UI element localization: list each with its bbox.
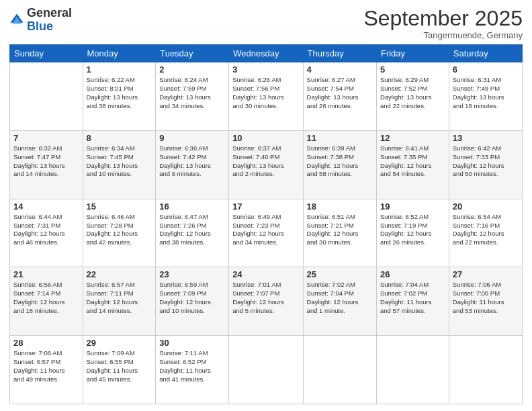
day-number: 17 [232,201,299,212]
cell-info: Sunrise: 7:09 AM Sunset: 6:55 PM Dayligh… [87,349,152,383]
table-row: 3Sunrise: 6:26 AM Sunset: 7:56 PM Daylig… [229,62,303,131]
cell-info: Sunrise: 6:42 AM Sunset: 7:33 PM Dayligh… [453,144,519,179]
cell-info: Sunrise: 6:57 AM Sunset: 7:11 PM Dayligh… [87,281,152,315]
day-number: 21 [13,269,79,279]
day-number: 8 [87,133,152,143]
day-number: 15 [87,201,152,212]
day-number: 13 [453,133,519,143]
day-number: 12 [380,133,445,143]
col-saturday: Saturday [449,45,522,62]
day-number: 2 [159,64,225,75]
table-row [303,336,376,404]
day-number: 24 [232,269,299,279]
day-number: 20 [453,201,519,212]
cell-info: Sunrise: 6:49 AM Sunset: 7:23 PM Dayligh… [232,213,299,247]
cell-info: Sunrise: 7:08 AM Sunset: 6:57 PM Dayligh… [13,349,79,383]
table-row: 1Sunrise: 6:22 AM Sunset: 8:01 PM Daylig… [83,62,156,131]
month-title: September 2025 [363,7,523,30]
logo-blue: Blue [27,19,53,33]
logo-icon [9,13,24,28]
cell-info: Sunrise: 6:36 AM Sunset: 7:42 PM Dayligh… [159,144,225,179]
table-row [10,62,83,131]
table-row: 17Sunrise: 6:49 AM Sunset: 7:23 PM Dayli… [229,199,303,267]
cell-info: Sunrise: 6:47 AM Sunset: 7:26 PM Dayligh… [159,213,225,247]
table-row: 30Sunrise: 7:11 AM Sunset: 6:52 PM Dayli… [156,336,229,404]
table-row: 27Sunrise: 7:06 AM Sunset: 7:00 PM Dayli… [449,267,522,336]
col-wednesday: Wednesday [229,45,303,62]
cell-info: Sunrise: 6:51 AM Sunset: 7:21 PM Dayligh… [307,213,373,247]
cell-info: Sunrise: 7:06 AM Sunset: 7:00 PM Dayligh… [453,281,519,315]
table-row: 4Sunrise: 6:27 AM Sunset: 7:54 PM Daylig… [303,62,376,131]
table-row: 18Sunrise: 6:51 AM Sunset: 7:21 PM Dayli… [303,199,376,267]
table-row [449,336,522,404]
cell-info: Sunrise: 6:34 AM Sunset: 7:45 PM Dayligh… [87,144,152,179]
cell-info: Sunrise: 6:37 AM Sunset: 7:40 PM Dayligh… [232,144,299,179]
table-row: 15Sunrise: 6:46 AM Sunset: 7:28 PM Dayli… [83,199,156,267]
day-number: 5 [380,64,445,75]
header: General Blue September 2025 Tangermuende… [9,7,523,40]
table-row: 24Sunrise: 7:01 AM Sunset: 7:07 PM Dayli… [229,267,303,336]
table-row: 29Sunrise: 7:09 AM Sunset: 6:55 PM Dayli… [83,336,156,404]
day-number: 10 [232,133,299,143]
cell-info: Sunrise: 6:31 AM Sunset: 7:49 PM Dayligh… [453,76,519,110]
cell-info: Sunrise: 6:52 AM Sunset: 7:19 PM Dayligh… [380,213,445,247]
location-subtitle: Tangermuende, Germany [363,30,523,40]
day-number: 9 [159,133,225,143]
day-number: 18 [307,201,373,212]
day-number: 30 [159,338,225,348]
table-row: 13Sunrise: 6:42 AM Sunset: 7:33 PM Dayli… [449,130,522,199]
day-number: 6 [453,64,519,75]
calendar-week-row: 21Sunrise: 6:56 AM Sunset: 7:14 PM Dayli… [10,267,523,336]
col-friday: Friday [376,45,449,62]
cell-info: Sunrise: 6:29 AM Sunset: 7:52 PM Dayligh… [380,76,445,110]
calendar-week-row: 1Sunrise: 6:22 AM Sunset: 8:01 PM Daylig… [10,62,523,131]
col-tuesday: Tuesday [156,45,229,62]
day-number: 19 [380,201,445,212]
table-row: 20Sunrise: 6:54 AM Sunset: 7:16 PM Dayli… [449,199,522,267]
day-number: 14 [13,201,79,212]
day-number: 22 [87,269,152,279]
day-number: 11 [307,133,373,143]
cell-info: Sunrise: 6:46 AM Sunset: 7:28 PM Dayligh… [87,213,152,247]
cell-info: Sunrise: 6:22 AM Sunset: 8:01 PM Dayligh… [87,76,152,110]
cell-info: Sunrise: 6:39 AM Sunset: 7:38 PM Dayligh… [307,144,373,179]
table-row: 7Sunrise: 6:32 AM Sunset: 7:47 PM Daylig… [10,130,83,199]
day-number: 26 [380,269,445,279]
table-row: 11Sunrise: 6:39 AM Sunset: 7:38 PM Dayli… [303,130,376,199]
day-number: 28 [13,338,79,348]
calendar-week-row: 7Sunrise: 6:32 AM Sunset: 7:47 PM Daylig… [10,130,523,199]
cell-info: Sunrise: 6:24 AM Sunset: 7:59 PM Dayligh… [159,76,225,110]
calendar-week-row: 14Sunrise: 6:44 AM Sunset: 7:31 PM Dayli… [10,199,523,267]
day-number: 4 [307,64,373,75]
table-row: 23Sunrise: 6:59 AM Sunset: 7:09 PM Dayli… [156,267,229,336]
day-number: 29 [87,338,152,348]
logo-general: General [27,6,72,19]
col-monday: Monday [83,45,156,62]
page: General Blue September 2025 Tangermuende… [0,0,532,411]
table-row: 21Sunrise: 6:56 AM Sunset: 7:14 PM Dayli… [10,267,83,336]
table-row: 26Sunrise: 7:04 AM Sunset: 7:02 PM Dayli… [376,267,449,336]
table-row: 12Sunrise: 6:41 AM Sunset: 7:35 PM Dayli… [376,130,449,199]
day-number: 1 [87,64,152,75]
table-row: 9Sunrise: 6:36 AM Sunset: 7:42 PM Daylig… [156,130,229,199]
cell-info: Sunrise: 6:54 AM Sunset: 7:16 PM Dayligh… [453,213,519,247]
col-sunday: Sunday [10,45,83,62]
cell-info: Sunrise: 6:41 AM Sunset: 7:35 PM Dayligh… [380,144,445,179]
calendar-week-row: 28Sunrise: 7:08 AM Sunset: 6:57 PM Dayli… [10,336,523,404]
cell-info: Sunrise: 6:44 AM Sunset: 7:31 PM Dayligh… [13,213,79,247]
calendar-header-row: Sunday Monday Tuesday Wednesday Thursday… [10,45,523,62]
day-number: 7 [13,133,79,143]
calendar-table: Sunday Monday Tuesday Wednesday Thursday… [9,44,523,404]
cell-info: Sunrise: 7:11 AM Sunset: 6:52 PM Dayligh… [159,349,225,383]
day-number: 16 [159,201,225,212]
table-row [229,336,303,404]
table-row: 22Sunrise: 6:57 AM Sunset: 7:11 PM Dayli… [83,267,156,336]
cell-info: Sunrise: 6:59 AM Sunset: 7:09 PM Dayligh… [159,281,225,315]
table-row: 10Sunrise: 6:37 AM Sunset: 7:40 PM Dayli… [229,130,303,199]
day-number: 23 [159,269,225,279]
cell-info: Sunrise: 7:04 AM Sunset: 7:02 PM Dayligh… [380,281,445,315]
cell-info: Sunrise: 6:32 AM Sunset: 7:47 PM Dayligh… [13,144,79,179]
table-row: 25Sunrise: 7:02 AM Sunset: 7:04 PM Dayli… [303,267,376,336]
cell-info: Sunrise: 7:01 AM Sunset: 7:07 PM Dayligh… [232,281,299,315]
logo-text: General Blue [27,7,72,34]
